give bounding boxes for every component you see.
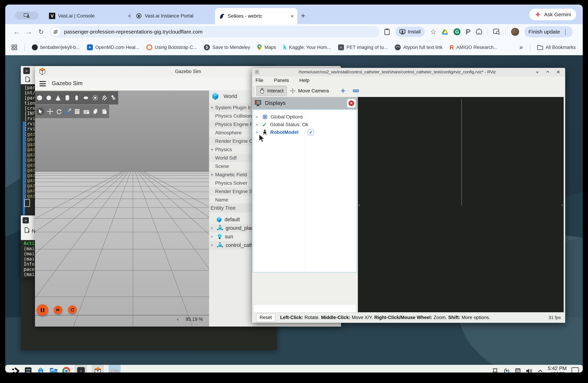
reset-button[interactable]: Reset [256, 313, 275, 322]
paste-icon[interactable] [102, 108, 108, 115]
finish-update-button[interactable]: Finish update ⋮ [524, 26, 573, 38]
grammarly-extension-icon[interactable]: G [454, 28, 461, 35]
back-icon[interactable]: ← [10, 28, 23, 36]
step-button[interactable] [54, 306, 62, 314]
expand-chevron-icon[interactable]: > [209, 234, 214, 239]
displays-panel-header[interactable]: Displays ✕ [252, 97, 358, 109]
panel-collapse-chevron[interactable]: ‹ [358, 202, 360, 208]
clipboard-icon[interactable] [384, 28, 390, 35]
new-tab-file-icon[interactable] [24, 76, 31, 82]
app-store-icon[interactable] [37, 367, 45, 373]
rotate-tool-icon[interactable] [56, 108, 62, 115]
chrome-icon[interactable] [62, 367, 70, 373]
translate-tool-icon[interactable] [47, 108, 53, 115]
site-info-button[interactable] [51, 27, 60, 36]
start-menu-icon[interactable] [12, 367, 20, 373]
install-button[interactable]: Install [395, 27, 425, 37]
new-tab-button[interactable]: + [301, 12, 305, 19]
zoom-in-tool-icon[interactable]: + [341, 86, 345, 95]
point-light-icon[interactable] [92, 95, 98, 101]
tab-vast-portal[interactable]: Vast.ai Instance Portal × [132, 10, 221, 22]
clipboard-tray-icon[interactable] [515, 368, 521, 373]
expand-chevron-icon[interactable]: > [209, 225, 214, 231]
bookmark-item[interactable]: › PET imaging of tu... [338, 44, 388, 50]
box-shape-icon[interactable] [36, 95, 43, 101]
tab-close-icon[interactable]: × [128, 13, 131, 19]
scale-tool-icon[interactable] [65, 108, 71, 115]
grid-snap-icon[interactable] [74, 108, 80, 115]
screenshot-camera-icon[interactable] [83, 109, 90, 115]
tab-selkies[interactable]: Selkies - webrtc × [215, 8, 297, 24]
file-manager-icon[interactable] [49, 367, 58, 373]
panel-close-button[interactable]: ✕ [347, 99, 356, 108]
bookmark-item[interactable]: Using Bootstrap C... [147, 44, 197, 50]
reload-icon[interactable]: ↻ [35, 28, 47, 36]
panel-collapse-chevron[interactable]: ‹ [561, 202, 563, 208]
capsule-shape-icon[interactable] [73, 95, 80, 101]
omnibox[interactable]: passenger-profession-representations-gig… [50, 26, 379, 38]
tree-row-global-options[interactable]: > Global Options [253, 113, 357, 121]
expand-chevron-icon[interactable]: > [255, 115, 259, 119]
taskbar-terminal-button[interactable]: › + [75, 365, 87, 373]
expand-plus-icon[interactable]: + [209, 105, 215, 110]
select-tool-button[interactable] [36, 108, 44, 115]
volume-icon[interactable] [526, 368, 533, 373]
rviz-3d-view[interactable]: ‹ ‹ [358, 97, 564, 312]
window-controls-pill[interactable] [15, 12, 39, 19]
notifications-bell-icon[interactable] [492, 368, 499, 373]
tree-row-robotmodel[interactable]: > RobotModel ✓ [253, 128, 357, 136]
bookmark-item[interactable]: Maps [257, 44, 276, 51]
cone-shape-icon[interactable] [55, 95, 61, 101]
bookmark-item[interactable]: k Kaggle: Your Hom... [283, 44, 331, 51]
zoom-out-tool-icon[interactable] [353, 90, 359, 92]
sphere-shape-icon[interactable] [46, 95, 52, 101]
interact-tool-button[interactable]: Interact [256, 86, 287, 96]
show-desktop-button[interactable] [571, 367, 579, 373]
profile-avatar[interactable] [511, 28, 519, 36]
tab-close-icon[interactable]: × [291, 13, 294, 19]
ellipsoid-shape-icon[interactable] [83, 95, 89, 101]
menu-hamburger-icon[interactable] [40, 81, 46, 86]
close-icon[interactable] [556, 70, 561, 74]
bookmark-item[interactable]: benbalter/jekyll-b... [32, 44, 80, 50]
settings-icon[interactable] [24, 367, 32, 373]
rviz-window[interactable]: R /home/user/ros2_ws/install/control_cat… [252, 68, 565, 323]
taskbar-gazebo-button[interactable] [92, 365, 104, 373]
minimize-icon[interactable] [535, 70, 540, 74]
apps-grid-icon[interactable] [11, 44, 18, 51]
bookmarks-overflow-icon[interactable]: » [519, 44, 523, 51]
gazebo-3d-viewport[interactable] [35, 91, 209, 326]
tab-vast-console[interactable]: V Vast.ai | Console × [45, 10, 135, 22]
all-bookmarks-button[interactable]: All Bookmarks [537, 45, 583, 50]
cylinder-shape-icon[interactable] [64, 95, 70, 101]
menu-panels[interactable]: Panels [274, 77, 289, 83]
tray-expand-chevron-icon[interactable] [538, 369, 543, 373]
forward-icon[interactable]: → [23, 28, 35, 36]
new-tab-file-icon[interactable] [24, 227, 30, 233]
taskbar-clock[interactable]: 5:42 PM 4/16/26 [548, 366, 567, 373]
tree-row-global-status[interactable]: > ✓ Global Status: Ok [253, 121, 357, 128]
update-available-icon[interactable] [503, 368, 510, 373]
directional-light-icon[interactable] [101, 95, 107, 101]
maximize-icon[interactable] [546, 70, 550, 74]
more-menu-icon[interactable]: ⋮ [563, 28, 568, 35]
rtf-button[interactable] [68, 306, 77, 314]
rviz-titlebar[interactable]: R /home/user/ros2_ws/install/control_cat… [252, 68, 565, 76]
expand-plus-icon[interactable]: + [209, 147, 215, 152]
copy-icon[interactable] [92, 108, 99, 115]
zoom-collapse-chevron[interactable]: ‹ [177, 317, 179, 322]
expand-chevron-icon[interactable]: > [255, 122, 259, 127]
expand-plus-icon[interactable]: + [209, 172, 215, 177]
pause-button[interactable] [37, 304, 48, 316]
taskbar-rviz-button[interactable]: RViz [108, 365, 121, 373]
extensions-puzzle-icon[interactable] [476, 28, 482, 35]
ask-gemini-button[interactable]: Ask Gemini [529, 9, 576, 20]
menu-help[interactable]: Help [299, 77, 310, 83]
p-extension-icon[interactable]: P [466, 28, 470, 36]
bookmark-star-icon[interactable]: ☆ [430, 28, 436, 36]
spot-light-icon[interactable] [110, 95, 117, 101]
bookmark-item[interactable]: R AMIGO Research... [449, 44, 497, 51]
url-text[interactable]: passenger-profession-representations-gig… [64, 29, 203, 35]
move-camera-tool-button[interactable]: Move Camera [287, 86, 332, 96]
menu-file[interactable]: File [255, 77, 263, 83]
